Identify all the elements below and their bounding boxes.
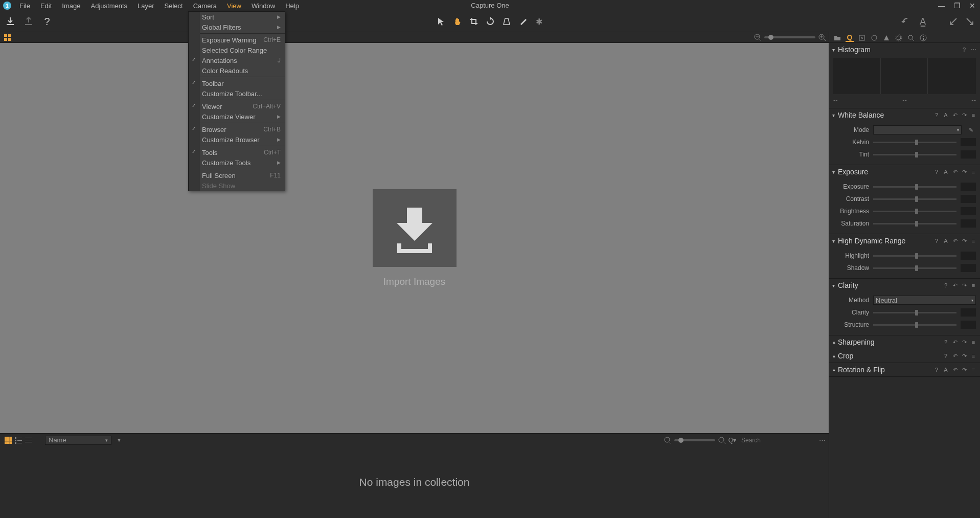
grid-view-icon[interactable] [4,34,11,41]
menu-image[interactable]: Image [57,1,85,11]
contrast-slider[interactable] [873,198,956,200]
menu-icon[interactable]: ≡ [970,168,977,175]
saturation-slider[interactable] [873,223,956,224]
view-menu-customize-tools[interactable]: Customize Tools▶ [189,157,285,168]
tab-details-icon[interactable] [907,34,915,42]
export-icon[interactable] [22,15,35,28]
help-icon[interactable]: ? [933,111,940,119]
keystone-icon[interactable] [500,15,513,28]
exposure-slider[interactable] [873,186,956,188]
search-icon[interactable]: Q▾ [728,437,736,444]
undo-icon[interactable]: ↶ [951,352,959,359]
clarity-method-select[interactable]: Neutral▾ [873,296,976,305]
panel-histogram-header[interactable]: ▾Histogram ?⋯ [829,43,980,56]
undo-icon[interactable] [900,15,913,28]
redo-icon[interactable]: ↷ [961,111,968,119]
structure-slider[interactable] [873,324,956,326]
panel-wb-header[interactable]: ▾White Balance ?A↶↷≡ [829,108,980,122]
pan-icon[interactable] [451,15,464,28]
panel-clarity-header[interactable]: ▾Clarity ?↶↷≡ [829,279,980,292]
tab-lens-icon[interactable] [870,34,878,42]
shadow-slider[interactable] [873,267,956,269]
view-menu-toolbar[interactable]: ✓Toolbar [189,78,285,88]
tint-slider[interactable] [873,154,956,155]
view-menu-annotations[interactable]: ✓AnnotationsJ [189,55,285,65]
undo-icon[interactable]: ↶ [951,339,959,346]
tab-metadata-icon[interactable] [919,34,927,42]
more-icon[interactable]: ⋯ [970,46,977,53]
panel-hdr-header[interactable]: ▾High Dynamic Range ?A↶↷≡ [829,234,980,247]
redo-icon[interactable]: ↷ [961,352,968,359]
view-menu-sort[interactable]: Sort▶ [189,12,285,22]
menu-icon[interactable]: ≡ [970,111,977,119]
undo-icon[interactable]: ↶ [951,168,959,175]
browser-zoom-in-icon[interactable] [718,437,725,444]
tab-exposure-icon[interactable] [895,34,903,42]
minimize-button[interactable]: — [934,0,949,11]
view-menu-selected-color-range[interactable]: Selected Color Range [189,45,285,55]
maximize-button[interactable]: ❐ [949,0,965,11]
menu-adjustments[interactable]: Adjustments [86,1,133,11]
undo-icon[interactable]: ↶ [951,282,959,289]
tab-quick-icon[interactable]: Q [846,34,854,42]
spot-icon[interactable] [517,15,529,28]
redo-icon[interactable]: ↷ [961,237,968,244]
view-menu-customize-browser[interactable]: Customize Browser▶ [189,134,285,145]
panel-exposure-header[interactable]: ▾Exposure ?A↶↷≡ [829,165,980,178]
panel-sharpening-header[interactable]: ▸Sharpening?↶↷≡ [829,335,980,349]
import-placeholder[interactable] [373,189,457,267]
clarity-slider[interactable] [873,312,956,313]
tab-library-icon[interactable] [833,34,841,42]
search-input[interactable] [739,436,816,445]
kelvin-slider[interactable] [873,142,956,143]
tab-capture-icon[interactable] [858,34,866,42]
panel-rotation-header[interactable]: ▸Rotation & Flip?A↶↷≡ [829,363,980,376]
viewer-area[interactable]: Import Images [0,43,829,433]
brightness-slider[interactable] [873,211,956,212]
rotate-right-icon[interactable] [964,15,976,28]
help-icon[interactable]: ? [933,168,940,175]
help-icon[interactable]: ? [942,352,949,359]
zoom-slider[interactable] [764,36,815,38]
view-menu-tools[interactable]: ✓ToolsCtrl+T [189,147,285,157]
rotate-icon[interactable] [484,15,496,28]
menu-camera[interactable]: Camera [188,1,222,11]
auto-icon[interactable]: A [942,366,949,373]
panel-crop-header[interactable]: ▸Crop?↶↷≡ [829,349,980,363]
menu-layer[interactable]: Layer [132,1,159,11]
undo-icon[interactable]: ↶ [951,366,959,373]
undo-icon[interactable]: ↶ [951,111,959,119]
redo-icon[interactable]: ↷ [961,339,968,346]
view-menu-full-screen[interactable]: Full ScreenF11 [189,170,285,181]
menu-file[interactable]: File [14,1,35,11]
tint-value[interactable] [961,150,976,159]
menu-help[interactable]: Help [280,1,304,11]
view-menu-customize-toolbar-[interactable]: Customize Toolbar... [189,88,285,99]
tab-color-icon[interactable] [882,34,891,42]
sort-direction-icon[interactable]: ▼ [117,437,122,443]
auto-icon[interactable]: A [942,168,949,175]
view-menu-browser[interactable]: ✓BrowserCtrl+B [189,124,285,134]
redo-icon[interactable]: ↷ [961,282,968,289]
pointer-icon[interactable] [435,15,447,28]
menu-icon[interactable]: ≡ [970,339,977,346]
help-icon[interactable]: ? [933,366,940,373]
more-icon[interactable]: ⋯ [819,436,826,444]
view-menu-viewer[interactable]: ✓ViewerCtrl+Alt+V [189,101,285,111]
menu-icon[interactable]: ≡ [970,352,977,359]
grid-small-icon[interactable] [4,436,12,444]
help-icon[interactable]: ? [961,46,968,53]
sort-select[interactable]: Name▾ [45,436,111,445]
help-icon[interactable]: ? [942,282,949,289]
rotate-left-icon[interactable] [947,15,960,28]
redo-icon[interactable]: ↷ [961,366,968,373]
kelvin-value[interactable] [961,138,976,146]
view-menu-global-filters[interactable]: Global Filters▶ [189,22,285,32]
redo-icon[interactable]: ↷ [961,168,968,175]
zoom-in-icon[interactable] [818,34,826,41]
view-menu-customize-viewer[interactable]: Customize Viewer▶ [189,111,285,122]
undo-icon[interactable]: ↶ [951,237,959,244]
browser-zoom-slider[interactable] [674,439,715,441]
menu-view[interactable]: View [222,1,246,11]
wb-mode-select[interactable]: ▾ [873,125,962,134]
